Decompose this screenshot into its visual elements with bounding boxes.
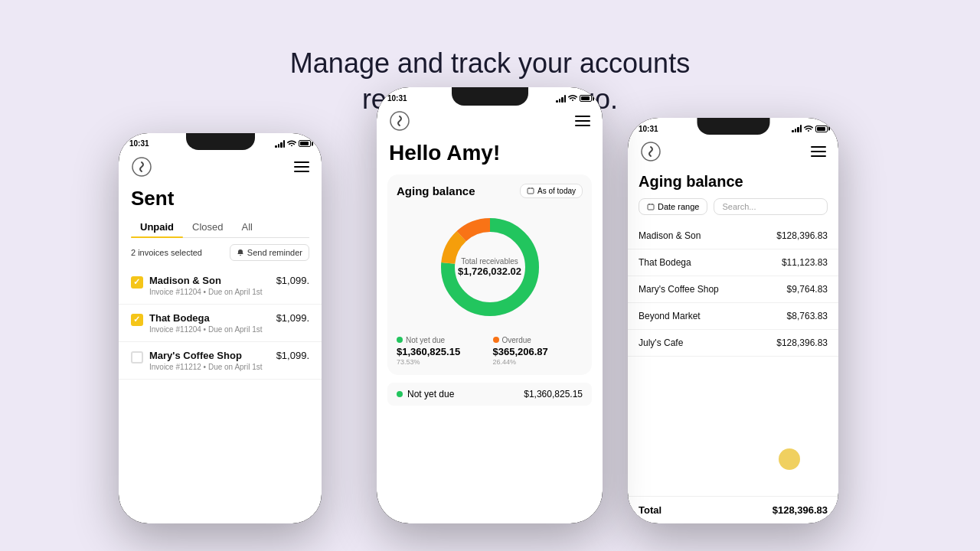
- overdue-pct: 26.44%: [493, 358, 583, 366]
- invoice-name-0: Madison & Son: [149, 275, 270, 286]
- invoice-meta-2: Invoice #11212 • Due on April 1st: [149, 363, 270, 371]
- invoice-amount-2: $1,099.: [276, 350, 309, 361]
- sent-title: Sent: [119, 184, 322, 217]
- green-dot-bottom: [397, 391, 403, 397]
- tabs-row: Unpaid Closed All: [131, 217, 309, 238]
- client-name-0: Madison & Son: [639, 230, 701, 241]
- invoice-amount-0: $1,099.: [276, 275, 309, 286]
- invoice-meta-1: Invoice #11204 • Due on April 1st: [149, 325, 270, 334]
- logo-center: [389, 110, 410, 132]
- date-range-label: Date range: [658, 202, 699, 211]
- invoice-row-2: Mary's Coffee Shop Invoice #11212 • Due …: [119, 342, 322, 380]
- signal-center: [556, 95, 566, 103]
- app-header-center: [377, 104, 603, 138]
- aging-header: Aging balance As of today: [397, 184, 583, 198]
- calendar-icon: [527, 187, 534, 194]
- client-row-3[interactable]: Beyond Market $8,763.83: [628, 303, 838, 330]
- send-reminder-button[interactable]: Send reminder: [230, 244, 309, 261]
- greeting: Hello Amy!: [377, 138, 603, 174]
- search-placeholder: Search...: [722, 202, 756, 211]
- overdue-key: Overdue: [502, 336, 531, 344]
- phone-center: 10:31: [377, 87, 603, 523]
- total-amount: $1,726,032.02: [458, 266, 521, 277]
- client-amount-0: $128,396.83: [776, 230, 828, 241]
- as-of-today: As of today: [520, 184, 583, 198]
- invoice-details-1: That Bodega Invoice #11204 • Due on Apri…: [149, 312, 270, 334]
- phone-left-screen: 10:31: [119, 133, 322, 523]
- phone-right: 10:31: [628, 118, 838, 523]
- total-label: Total receivables: [458, 257, 521, 266]
- calendar-icon-right: [647, 203, 655, 210]
- logo-left: [131, 156, 152, 178]
- client-amount-4: $128,396.83: [776, 337, 828, 348]
- invoice-row-1: That Bodega Invoice #11204 • Due on Apri…: [119, 305, 322, 342]
- wifi-right: [804, 125, 813, 133]
- menu-center[interactable]: [575, 116, 590, 126]
- not-yet-due-bottom-left: Not yet due: [397, 389, 454, 399]
- client-row-1[interactable]: That Bodega $11,123.83: [628, 249, 838, 276]
- signal-left: [275, 140, 285, 148]
- search-field[interactable]: Search...: [714, 198, 828, 215]
- legend-not-yet-due: Not yet due $1,360,825.15 73.53%: [397, 336, 487, 366]
- tab-unpaid[interactable]: Unpaid: [131, 217, 183, 237]
- filter-row: Date range Search...: [628, 198, 838, 223]
- aging-balance-title: Aging balance: [628, 168, 838, 198]
- invoice-name-2: Mary's Coffee Shop: [149, 350, 270, 361]
- wifi-left: [287, 139, 296, 148]
- wifi-center: [568, 94, 577, 103]
- phone-center-screen: 10:31: [377, 87, 603, 523]
- action-bar: 2 invoices selected Send reminder: [119, 238, 322, 267]
- app-header-left: [119, 150, 322, 184]
- phone-right-screen: 10:31: [628, 118, 838, 523]
- client-amount-3: $8,763.83: [787, 311, 828, 321]
- client-name-3: Beyond Market: [639, 311, 701, 321]
- phone-left: 10:31: [119, 133, 322, 523]
- not-yet-due-value: $1,360,825.15: [397, 346, 487, 357]
- status-icons-left: [275, 139, 311, 148]
- client-name-2: Mary's Coffee Shop: [639, 284, 719, 295]
- checkbox-2[interactable]: [131, 351, 143, 364]
- invoice-meta-0: Invoice #11204 • Due on April 1st: [149, 288, 270, 296]
- aging-title: Aging balance: [397, 184, 475, 197]
- green-dot: [397, 337, 403, 343]
- client-amount-2: $9,764.83: [787, 284, 828, 295]
- battery-right: [815, 126, 828, 132]
- orange-dot: [493, 337, 499, 343]
- svg-rect-2: [528, 188, 534, 194]
- overdue-value: $365,206.87: [493, 346, 583, 357]
- logo-right: [640, 141, 662, 162]
- tab-all[interactable]: All: [233, 217, 262, 237]
- aging-card: Aging balance As of today: [387, 174, 592, 375]
- phone-left-notch: [186, 133, 255, 150]
- not-yet-due-bottom-row: Not yet due $1,360,825.15: [387, 383, 592, 406]
- send-reminder-label: Send reminder: [247, 248, 302, 257]
- client-row-4[interactable]: July's Cafe $128,396.83: [628, 330, 838, 357]
- client-name-4: July's Cafe: [639, 337, 683, 348]
- invoice-name-1: That Bodega: [149, 312, 270, 324]
- signal-right: [792, 125, 802, 132]
- client-row-2[interactable]: Mary's Coffee Shop $9,764.83: [628, 276, 838, 303]
- tab-closed[interactable]: Closed: [183, 217, 232, 237]
- invoice-amount-1: $1,099.: [276, 312, 309, 324]
- client-row-0[interactable]: Madison & Son $128,396.83: [628, 223, 838, 249]
- svg-rect-11: [648, 204, 654, 210]
- donut-center: Total receivables $1,726,032.02: [458, 257, 521, 277]
- battery-center: [580, 95, 592, 102]
- client-amount-1: $11,123.83: [782, 257, 828, 268]
- invoice-row-0: Madison & Son Invoice #11204 • Due on Ap…: [119, 267, 322, 305]
- avatar: [779, 448, 800, 470]
- invoice-details-2: Mary's Coffee Shop Invoice #11212 • Due …: [149, 350, 270, 371]
- client-name-1: That Bodega: [639, 257, 691, 268]
- bell-icon: [237, 249, 244, 256]
- checkbox-0[interactable]: [131, 276, 143, 289]
- time-left: 10:31: [129, 139, 149, 148]
- date-range-button[interactable]: Date range: [639, 198, 707, 215]
- total-row: Total $128,396.83: [628, 496, 838, 523]
- checkbox-1[interactable]: [131, 314, 143, 326]
- menu-left[interactable]: [294, 161, 309, 172]
- time-center: 10:31: [387, 94, 407, 103]
- time-right: 10:31: [639, 125, 658, 133]
- donut-chart: Total receivables $1,726,032.02: [397, 206, 583, 328]
- phone-center-notch: [452, 87, 528, 106]
- menu-right[interactable]: [811, 146, 826, 157]
